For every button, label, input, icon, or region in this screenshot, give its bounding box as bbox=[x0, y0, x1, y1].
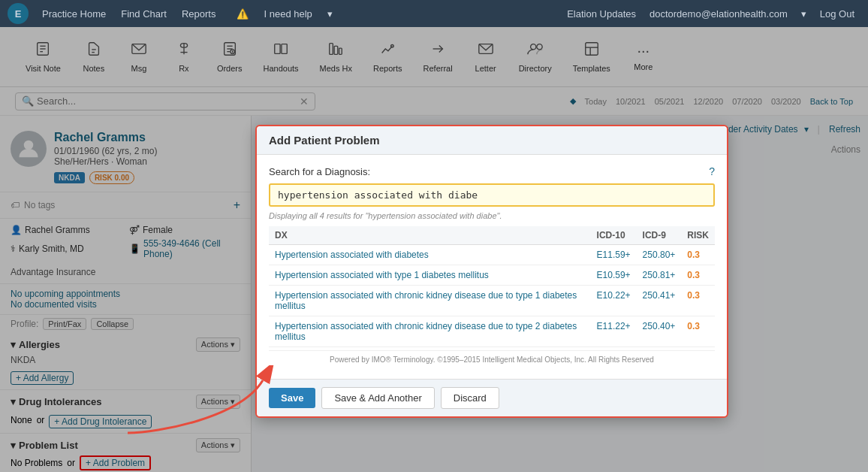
add-patient-problem-modal: Add Patient Problem Search for a Diagnos… bbox=[255, 125, 728, 418]
results-table: DX ICD-10 ICD-9 RISK Hypertension associ… bbox=[269, 226, 715, 347]
results-info: Displaying all 4 results for "hypertensi… bbox=[269, 207, 715, 223]
discard-button[interactable]: Discard bbox=[441, 387, 499, 409]
user-account-link[interactable]: doctordemo@elationhealth.com bbox=[643, 8, 794, 20]
nav-right-section: Elation Updates doctordemo@elationhealth… bbox=[561, 8, 860, 20]
col-icd9: ICD-9 bbox=[637, 226, 682, 245]
modal-body: Search for a Diagnosis: ? Displaying all… bbox=[257, 155, 727, 379]
save-button[interactable]: Save bbox=[269, 388, 315, 408]
risk-cell: 0.3 bbox=[681, 265, 715, 286]
dx-link[interactable]: Hypertension associated with chronic kid… bbox=[275, 321, 577, 342]
icd9-cell: 250.81+ bbox=[637, 265, 682, 286]
diagnosis-search-input[interactable] bbox=[269, 183, 715, 207]
elation-updates-link[interactable]: Elation Updates bbox=[561, 8, 642, 20]
dx-link[interactable]: Hypertension associated with type 1 diab… bbox=[275, 270, 489, 280]
icd10-cell: E10.59+ bbox=[591, 265, 637, 286]
app-logo: E bbox=[8, 3, 29, 24]
col-risk: RISK bbox=[681, 226, 715, 245]
modal-header: Add Patient Problem bbox=[257, 126, 727, 155]
icd10-cell: E11.22+ bbox=[591, 316, 637, 347]
icd9-cell: 250.80+ bbox=[637, 245, 682, 265]
modal-overlay[interactable]: Add Patient Problem Search for a Diagnos… bbox=[0, 27, 868, 472]
col-icd10: ICD-10 bbox=[591, 226, 637, 245]
top-navigation: E Practice Home Find Chart Reports ⚠️ I … bbox=[0, 0, 868, 27]
modal-footer: Save Save & Add Another Discard bbox=[257, 379, 727, 416]
warning-icon: ⚠️ bbox=[231, 8, 255, 20]
save-add-another-button[interactable]: Save & Add Another bbox=[321, 387, 434, 409]
icd9-cell: 250.41+ bbox=[637, 286, 682, 316]
icd10-cell: E10.22+ bbox=[591, 286, 637, 316]
risk-cell: 0.3 bbox=[681, 316, 715, 347]
col-dx: DX bbox=[269, 226, 591, 245]
risk-cell: 0.3 bbox=[681, 286, 715, 316]
nav-help[interactable]: ⚠️ I need help ▾ bbox=[225, 8, 344, 20]
icd9-cell: 250.40+ bbox=[637, 316, 682, 347]
table-row[interactable]: Hypertension associated with diabetes E1… bbox=[269, 245, 715, 265]
search-label: Search for a Diagnosis: ? bbox=[269, 165, 715, 177]
help-icon[interactable]: ? bbox=[709, 165, 715, 177]
icd10-cell: E11.59+ bbox=[591, 245, 637, 265]
dropdown-arrow-icon-account: ▾ bbox=[795, 8, 812, 20]
nav-practice-home[interactable]: Practice Home bbox=[36, 8, 112, 20]
table-row[interactable]: Hypertension associated with chronic kid… bbox=[269, 316, 715, 347]
modal-title: Add Patient Problem bbox=[269, 134, 380, 147]
dx-link[interactable]: Hypertension associated with diabetes bbox=[275, 250, 429, 260]
nav-find-chart[interactable]: Find Chart bbox=[115, 8, 173, 20]
risk-cell: 0.3 bbox=[681, 245, 715, 265]
table-row[interactable]: Hypertension associated with chronic kid… bbox=[269, 286, 715, 316]
nav-reports[interactable]: Reports bbox=[176, 8, 222, 20]
powered-by: Powered by IMO® Terminology. ©1995–2015 … bbox=[269, 350, 715, 368]
dx-link[interactable]: Hypertension associated with chronic kid… bbox=[275, 290, 577, 311]
logout-link[interactable]: Log Out bbox=[814, 8, 860, 20]
table-row[interactable]: Hypertension associated with type 1 diab… bbox=[269, 265, 715, 286]
dropdown-arrow-icon: ▾ bbox=[321, 8, 339, 20]
